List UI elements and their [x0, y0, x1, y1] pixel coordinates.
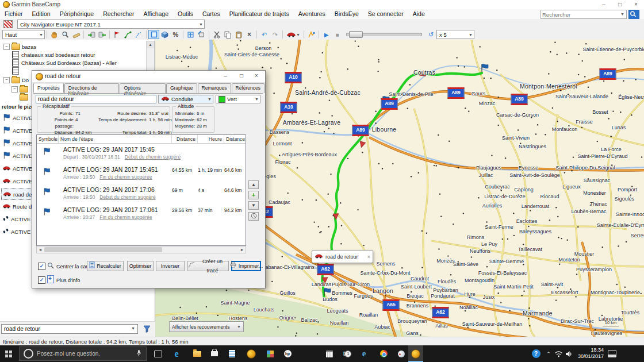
tree-item-ch-teaux-sud-bordeaux-bazas-aller[interactable]: Châteaux Sud Bordeaux (Bazas) - Aller	[12, 59, 117, 67]
menu-rechercher[interactable]: Rechercher	[98, 9, 139, 18]
new-route-icon[interactable]	[122, 30, 133, 39]
receive-from-device-icon[interactable]	[86, 30, 97, 39]
center-map-checkbox[interactable]: ✓	[38, 263, 45, 270]
activity-combo[interactable]: Conduite ▼	[158, 95, 213, 103]
legend-toggle-icon[interactable]	[3, 20, 13, 28]
selection-tool-icon[interactable]	[148, 30, 159, 39]
taskbar-hp[interactable]: hp	[280, 345, 295, 362]
tree-item-6[interactable]	[20, 94, 30, 101]
route-tooltip[interactable]: road de retour ×	[312, 250, 373, 263]
move-up-button[interactable]: ▲	[248, 180, 259, 189]
minimize-button[interactable]: –	[596, 0, 612, 9]
chevron-down-icon[interactable]: ▼	[619, 10, 626, 18]
wifi-icon[interactable]	[553, 345, 564, 362]
taskbar-snipping-tool[interactable]	[394, 345, 409, 362]
tab-options-d-itin-raire[interactable]: Options d'itinéraire	[120, 83, 165, 93]
search-box[interactable]: ▼	[540, 10, 627, 19]
route-name-input[interactable]	[36, 95, 156, 103]
dialog-button-imprimer[interactable]: Imprimer...	[231, 261, 261, 271]
paste-icon[interactable]	[233, 30, 244, 39]
tray-chevron-icon[interactable]: ⌃	[544, 345, 553, 362]
overlay-dropdown[interactable]: Afficher les recouvrements ▼	[169, 321, 244, 332]
column-header-nom-de-l-tape[interactable]: Nom de l'étape	[59, 135, 172, 143]
dialog-button-inverser[interactable]: Inverser	[156, 261, 185, 271]
menu-se-connecter[interactable]: Se connecter	[363, 9, 408, 18]
undo-icon[interactable]: ↶	[259, 30, 270, 39]
dialog-close-button[interactable]: ×	[249, 71, 264, 81]
orientation-combo[interactable]: Haut▼	[2, 30, 45, 39]
menu-fichier[interactable]: Fichier	[0, 9, 28, 18]
help-icon[interactable]: ?	[530, 345, 542, 362]
list-item-active[interactable]: ACTIVE	[1, 226, 30, 237]
new-track-icon[interactable]	[133, 30, 144, 39]
dialog-maximize-button[interactable]: □	[234, 71, 249, 81]
zoom-preset-combo[interactable]: x 5▼	[436, 30, 474, 39]
column-header-distance[interactable]: Distance	[172, 135, 198, 143]
taskbar-photos[interactable]	[263, 345, 278, 362]
search-button[interactable]	[628, 10, 639, 20]
volume-icon[interactable]	[564, 345, 574, 362]
slider-thumb[interactable]	[349, 31, 363, 38]
filter-input[interactable]	[1, 324, 138, 334]
list-item-active[interactable]: ACTIVE	[1, 163, 32, 174]
menu-birdseye[interactable]: BirdsEye	[330, 9, 363, 18]
new-waypoint-icon[interactable]	[112, 30, 122, 39]
dialog-minimize-button[interactable]: –	[218, 71, 233, 81]
menu-cartes[interactable]: Cartes	[198, 9, 225, 18]
cut-icon[interactable]	[211, 30, 222, 39]
tray-clock[interactable]: 18:34 30/01/2017	[576, 347, 604, 360]
dialog-button-optimiser[interactable]: Optimiser	[127, 261, 154, 271]
route-legs-table[interactable]: SymboleNom de l'étapeDistanceHeureDistan…	[36, 134, 246, 246]
activity-profile-icon[interactable]: ▼	[285, 30, 302, 39]
column-header-distance-totale[interactable]: Distance totale	[224, 135, 246, 143]
taskbar-store[interactable]	[207, 345, 222, 362]
send-to-device-icon[interactable]	[97, 30, 108, 39]
taskbar-mail[interactable]: ✉1	[339, 345, 354, 362]
column-header-symbole[interactable]: Symbole	[37, 135, 59, 143]
route-properties-dialog[interactable]: road de retour – □ × PropriétésDirection…	[32, 70, 266, 288]
taskbar-garmin-express[interactable]	[244, 345, 259, 362]
reset-view-icon[interactable]: ↺	[425, 30, 436, 39]
table-hscrollbar[interactable]: ◄ ►	[36, 246, 246, 253]
pan-tool-icon[interactable]	[49, 30, 60, 39]
list-item-active[interactable]: ACTIVE	[1, 176, 32, 186]
menu-edition[interactable]: Edition	[28, 9, 55, 18]
menu-aide[interactable]: Aide	[408, 9, 430, 18]
menu-aventures[interactable]: Aventures	[294, 9, 330, 18]
route-leg-row[interactable]: ACTIVE LOG: 29 JAN 2017 15:451Arrivée : …	[37, 164, 246, 184]
taskbar-wordpad[interactable]	[224, 345, 239, 362]
taskbar-edge[interactable]: e	[169, 345, 184, 362]
taskbar-task-view[interactable]	[151, 345, 166, 362]
playback-speed-slider[interactable]	[346, 33, 422, 36]
redo-icon[interactable]: ↷	[270, 30, 281, 39]
menu-p-riph-rique[interactable]: Périphérique	[55, 9, 99, 18]
taskbar-basecamp[interactable]	[408, 345, 423, 362]
close-icon[interactable]: ×	[367, 254, 370, 260]
list-item-active[interactable]: ACTIVE	[1, 138, 32, 148]
taskbar-chrome[interactable]	[376, 345, 391, 362]
map-product-combo[interactable]: City Navigator Europe NT 2017.1 ▼	[17, 20, 205, 29]
tree-item-3[interactable]	[12, 67, 21, 75]
tree-item-chateaux-sud-boedeaux-retour[interactable]: chateaux sud boedeaux retour	[12, 51, 95, 59]
column-header-heure[interactable]: Heure	[198, 135, 224, 143]
cortana-search[interactable]: Posez-moi une question.	[19, 346, 147, 361]
stop-icon[interactable]: ■	[332, 30, 343, 39]
route-color-combo[interactable]: Vert ▼	[216, 95, 260, 103]
action-center-icon[interactable]	[606, 345, 618, 362]
start-button[interactable]	[0, 345, 17, 362]
delete-icon[interactable]: ×	[244, 30, 255, 39]
tree-item-5[interactable]: −	[12, 86, 30, 93]
menu-planificateur-de-trajets[interactable]: Planificateur de trajets	[225, 9, 294, 18]
dialog-button-cr-er-un-trac[interactable]: Créer un tracé	[187, 261, 229, 271]
list-item-route-de[interactable]: Route de	[1, 201, 35, 211]
list-item-road-de[interactable]: road de	[1, 188, 32, 200]
tree-item-do[interactable]: −Do	[3, 76, 29, 84]
copy-icon[interactable]	[222, 30, 233, 39]
fit-to-window-icon[interactable]	[185, 30, 196, 39]
list-item-active[interactable]: ACTIVE	[1, 214, 30, 224]
play-icon[interactable]: ▶	[321, 30, 332, 39]
add-point-button[interactable]: +	[248, 191, 259, 199]
filter-funnel-icon[interactable]	[143, 325, 151, 334]
scroll-thumb[interactable]	[44, 247, 162, 252]
taskbar-internet-explorer[interactable]: e	[356, 345, 371, 362]
